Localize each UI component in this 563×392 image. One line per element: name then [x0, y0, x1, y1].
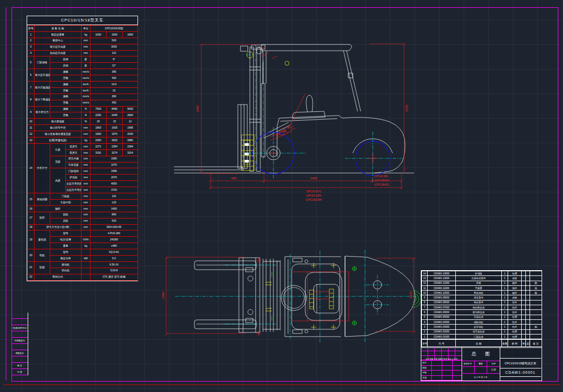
cell: CDAW1-06000	[428, 310, 456, 315]
cell: 2030	[123, 131, 138, 137]
cell: 额定起重量	[35, 31, 82, 38]
cell: mm	[82, 131, 90, 137]
cell: 6	[422, 310, 428, 315]
cell: 1	[502, 329, 508, 334]
cell: 13	[422, 276, 428, 281]
cell	[522, 291, 526, 295]
cell	[530, 310, 542, 315]
cell: 驱动轮	[50, 261, 82, 268]
cell	[522, 276, 526, 281]
forklift-top-view: 1060 1070	[162, 250, 421, 342]
cell	[522, 285, 526, 290]
cell: 1	[28, 31, 35, 38]
cell: 380	[90, 94, 138, 100]
cell: 后倾	[50, 63, 82, 69]
cell: 组焊	[508, 334, 522, 339]
cell: mm	[82, 156, 90, 162]
border-register-table: 借(通)用件登记旧底图总号底图总号签 字日 期	[12, 313, 28, 375]
cell: 1000	[90, 31, 107, 38]
cell: N	[82, 106, 90, 112]
cell: 组焊	[508, 271, 522, 276]
cell: 购	[530, 291, 542, 295]
cell	[82, 274, 90, 280]
cell: 24/280	[90, 237, 138, 243]
cell: 车体宽度	[66, 162, 82, 168]
cell: 全起升不带挡货架	[66, 187, 82, 193]
stage-value-row: 1:10	[462, 366, 500, 373]
cell: 长度	[50, 143, 66, 156]
cell: km/h	[82, 82, 90, 88]
cell: 购件	[508, 291, 522, 295]
cell: 3314	[123, 149, 138, 156]
sig-row-review: 审核	[421, 371, 462, 376]
cell: 座椅	[456, 281, 502, 285]
cell: mm	[82, 175, 90, 181]
cell: 序号	[28, 26, 35, 32]
cell	[526, 285, 530, 290]
cell	[526, 305, 530, 310]
cell	[82, 268, 90, 274]
dim-overall-3: (CPC18)2394	[306, 198, 322, 201]
cell	[526, 334, 530, 339]
cell: 1060	[90, 156, 138, 162]
cell: 前轮	[50, 212, 82, 218]
cell	[530, 300, 542, 305]
cell	[12, 344, 28, 350]
cell: kg	[82, 137, 90, 144]
cell: 外形尺寸	[35, 143, 50, 193]
cell: 1970	[107, 131, 123, 137]
cell: CPC10/15/18型	[90, 26, 138, 32]
cell: 19	[28, 230, 35, 249]
cell: mm	[82, 149, 90, 156]
cell: 自重(带蓄电池)	[35, 137, 82, 144]
cell	[526, 310, 530, 315]
cell: 380	[90, 69, 138, 75]
top-red-frame	[256, 258, 349, 336]
cell: 3720	[90, 187, 138, 193]
cell	[12, 331, 28, 338]
dim-wheelbase: 1400	[310, 177, 317, 180]
cell: 日 期	[12, 369, 28, 375]
cell: 21	[28, 261, 35, 274]
dim-rear-overhang-2: (CPC15)414	[374, 179, 389, 182]
cell: 车架总成	[456, 315, 502, 319]
cell: 宽度	[50, 156, 66, 168]
cell: 3191	[90, 149, 107, 156]
cell: 10	[422, 291, 428, 295]
cell: 500	[90, 38, 138, 44]
cell: 成套	[508, 295, 522, 300]
dim-rear-overhang-1: CPC10:359	[374, 175, 388, 178]
cell: 护顶架	[456, 271, 502, 276]
cell: 轮胎	[35, 261, 50, 274]
cell: 组件	[508, 305, 522, 310]
cell: mm/s	[82, 75, 90, 82]
cell: 2620	[107, 137, 123, 144]
cell: 成套	[508, 276, 522, 281]
cell	[530, 329, 542, 334]
cell: 1	[422, 334, 428, 339]
cell: 轮距	[35, 212, 50, 224]
cell: 1	[502, 276, 508, 281]
side-wheels	[252, 132, 390, 176]
cell	[522, 319, 526, 324]
sig-row-design: 设计	[421, 361, 462, 366]
stage-header-row: 阶段标记 重量 比例	[462, 361, 500, 366]
cell	[12, 356, 28, 363]
cell: 铸件	[508, 285, 522, 290]
cell: 15	[90, 87, 138, 94]
cell: 17	[28, 212, 35, 224]
cell: 2300	[90, 137, 107, 144]
dim-overall-2: CPC15:2354	[306, 194, 321, 197]
side-battery-hatch	[242, 52, 289, 170]
cell: mm	[82, 181, 90, 187]
change-record-grid: 标记 处数 分区 更改文件号 签名 年月日	[421, 347, 462, 361]
cell: 组件	[508, 300, 522, 305]
cell	[530, 271, 542, 276]
cell: 借(通)用件登记	[12, 325, 28, 331]
cell: 10	[28, 119, 35, 125]
scale-label: 比例	[487, 361, 500, 366]
cell: 购件	[508, 281, 522, 285]
cell: 1	[502, 285, 508, 290]
cell: 3	[422, 325, 428, 329]
cell: 1	[502, 291, 508, 295]
